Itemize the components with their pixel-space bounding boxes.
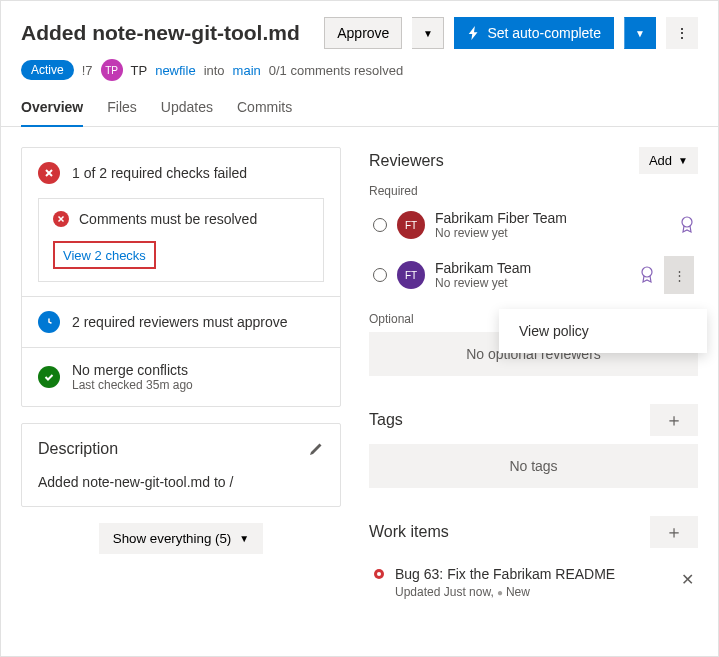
work-item-info: Bug 63: Fix the Fabrikam README Updated …: [395, 566, 615, 599]
vertical-dots-icon: ⋮: [675, 25, 689, 41]
ribbon-icon: [640, 266, 654, 284]
tags-section-head: Tags ＋: [369, 404, 698, 436]
remove-work-item-button[interactable]: ✕: [681, 570, 694, 589]
work-item-sub: Updated Just now, ● New: [395, 585, 615, 599]
work-item-row[interactable]: Bug 63: Fix the Fabrikam README Updated …: [369, 556, 698, 609]
dot-icon: ●: [497, 587, 506, 598]
work-item-state: New: [506, 585, 530, 599]
source-branch-link[interactable]: newfile: [155, 63, 195, 78]
view-policy-menu-item[interactable]: View policy: [519, 323, 687, 339]
tab-commits[interactable]: Commits: [237, 99, 292, 126]
work-item-updated: Updated Just now,: [395, 585, 494, 599]
checks-summary-text: 1 of 2 required checks failed: [72, 165, 247, 181]
approve-dropdown[interactable]: ▼: [412, 17, 444, 49]
reviewer-status: No review yet: [435, 226, 670, 240]
description-card: Description Added note-new-git-tool.md t…: [21, 423, 341, 507]
no-tags: No tags: [369, 444, 698, 488]
reviewer-avatar: FT: [397, 261, 425, 289]
reviewer-context-menu: View policy: [499, 309, 707, 353]
pr-number: !7: [82, 63, 93, 78]
pr-header: Added note-new-git-tool.md Approve ▼ Set…: [1, 1, 718, 81]
reviewers-title: Reviewers: [369, 152, 444, 170]
reviewer-name[interactable]: Fabrikam Team: [435, 260, 630, 276]
reviewer-radio[interactable]: [373, 268, 387, 282]
reviewer-status: No review yet: [435, 276, 630, 290]
merge-check-info: No merge conflicts Last checked 35m ago: [72, 362, 193, 392]
comment-check-row: Comments must be resolved: [53, 211, 309, 227]
tab-files[interactable]: Files: [107, 99, 137, 126]
error-icon: [53, 211, 69, 227]
svg-point-4: [377, 572, 381, 576]
svg-point-1: [682, 217, 692, 227]
add-reviewer-button[interactable]: Add ▼: [639, 147, 698, 174]
success-icon: [38, 366, 60, 388]
author-name: TP: [131, 63, 148, 78]
reviewers-check-row: 2 required reviewers must approve: [22, 297, 340, 347]
reviewer-more-button[interactable]: ⋮: [664, 256, 694, 294]
set-auto-complete-label: Set auto-complete: [487, 25, 601, 41]
comments-resolved: 0/1 comments resolved: [269, 63, 403, 78]
reviewer-info: Fabrikam Fiber Team No review yet: [435, 210, 670, 240]
reviewer-avatar: FT: [397, 211, 425, 239]
plus-icon: ＋: [665, 520, 683, 544]
ribbon-icon: [680, 216, 694, 234]
right-column: Reviewers Add ▼ Required FT Fabrikam Fib…: [369, 147, 698, 609]
plus-icon: ＋: [665, 408, 683, 432]
add-work-item-button[interactable]: ＋: [650, 516, 698, 548]
reviewer-radio[interactable]: [373, 218, 387, 232]
checks-card: 1 of 2 required checks failed Comments m…: [21, 147, 341, 407]
lightning-icon: [467, 26, 481, 40]
merge-check-row: No merge conflicts Last checked 35m ago: [22, 348, 340, 406]
show-everything-row: Show everything (5) ▼: [21, 523, 341, 554]
header-row-2: Active !7 TP TP newfile into main 0/1 co…: [21, 59, 698, 81]
more-actions-button[interactable]: ⋮: [666, 17, 698, 49]
header-row-1: Added note-new-git-tool.md Approve ▼ Set…: [21, 17, 698, 49]
show-everything-label: Show everything (5): [113, 531, 232, 546]
target-branch-link[interactable]: main: [233, 63, 261, 78]
merge-check-sub: Last checked 35m ago: [72, 378, 193, 392]
bug-icon: [373, 568, 385, 580]
reviewer-name[interactable]: Fabrikam Fiber Team: [435, 210, 670, 226]
page-title: Added note-new-git-tool.md: [21, 21, 314, 45]
set-auto-complete-button[interactable]: Set auto-complete: [454, 17, 614, 49]
chevron-down-icon: ▼: [239, 533, 249, 544]
checks-detail-box: Comments must be resolved View 2 checks: [38, 198, 324, 282]
checks-summary-row: 1 of 2 required checks failed: [22, 148, 340, 198]
auto-complete-dropdown[interactable]: ▼: [624, 17, 656, 49]
reviewer-row: FT Fabrikam Team No review yet ⋮: [369, 248, 698, 302]
add-reviewer-label: Add: [649, 153, 672, 168]
reviewers-section-head: Reviewers Add ▼: [369, 147, 698, 174]
chevron-down-icon: ▼: [678, 155, 688, 166]
tab-bar: Overview Files Updates Commits: [1, 81, 718, 127]
show-everything-button[interactable]: Show everything (5) ▼: [99, 523, 263, 554]
status-badge: Active: [21, 60, 74, 80]
work-items-section-head: Work items ＋: [369, 516, 698, 548]
into-label: into: [204, 63, 225, 78]
merge-check-title: No merge conflicts: [72, 362, 193, 378]
required-label: Required: [369, 184, 698, 198]
vertical-dots-icon: ⋮: [673, 268, 686, 283]
description-header: Description: [38, 440, 324, 458]
add-tag-button[interactable]: ＋: [650, 404, 698, 436]
view-checks-link[interactable]: View 2 checks: [63, 248, 146, 263]
reviewer-info: Fabrikam Team No review yet: [435, 260, 630, 290]
work-items-title: Work items: [369, 523, 449, 541]
approve-button[interactable]: Approve: [324, 17, 402, 49]
description-text: Added note-new-git-tool.md to /: [38, 474, 324, 490]
svg-point-2: [642, 267, 652, 277]
description-title: Description: [38, 440, 118, 458]
chevron-down-icon: ▼: [423, 28, 433, 39]
tab-overview[interactable]: Overview: [21, 99, 83, 127]
error-icon: [38, 162, 60, 184]
left-column: 1 of 2 required checks failed Comments m…: [21, 147, 341, 609]
edit-icon[interactable]: [308, 441, 324, 457]
tab-updates[interactable]: Updates: [161, 99, 213, 126]
work-item-title[interactable]: Bug 63: Fix the Fabrikam README: [395, 566, 615, 582]
view-checks-highlight: View 2 checks: [53, 241, 156, 269]
reviewers-check-text: 2 required reviewers must approve: [72, 314, 288, 330]
chevron-down-icon: ▼: [635, 28, 645, 39]
tags-title: Tags: [369, 411, 403, 429]
content-area: 1 of 2 required checks failed Comments m…: [1, 127, 718, 629]
reviewer-row: FT Fabrikam Fiber Team No review yet: [369, 202, 698, 248]
author-avatar[interactable]: TP: [101, 59, 123, 81]
